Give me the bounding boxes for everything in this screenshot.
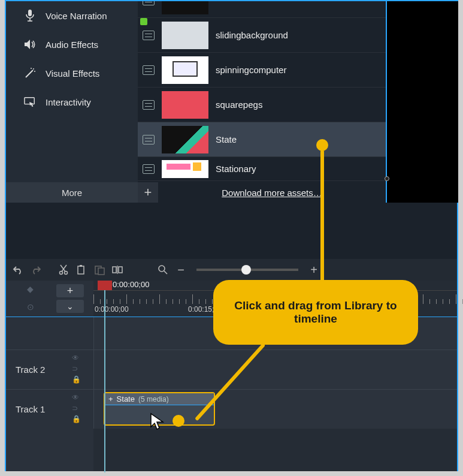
svg-point-19	[159, 266, 165, 272]
svg-rect-12	[78, 266, 84, 274]
lock-icon[interactable]: 🔒	[72, 415, 90, 423]
zoom-in-button[interactable]: +	[307, 263, 321, 277]
wand-icon	[24, 67, 36, 79]
group-icon	[143, 1, 155, 5]
sidebar-item-label: Audio Effects	[46, 40, 98, 50]
app-window: Voice Narration Audio Effects Visual Eff…	[5, 0, 458, 471]
sidebar-item-interactivity[interactable]: Interactivity	[6, 88, 138, 116]
sidebar-item-visual-effects[interactable]: Visual Effects	[6, 59, 138, 88]
svg-point-6	[31, 68, 32, 69]
cut-button[interactable]	[56, 263, 71, 277]
timeline-toolbar: − +	[6, 259, 457, 281]
svg-rect-13	[80, 265, 82, 267]
tools-sidebar: Voice Narration Audio Effects Visual Eff…	[6, 1, 138, 203]
zoom-search-icon[interactable]	[156, 263, 170, 277]
download-assets-link[interactable]: Download more assets…	[158, 188, 386, 198]
library-row-selected[interactable]: State	[138, 122, 386, 157]
lock-icon[interactable]: 🔒	[72, 375, 90, 384]
plus-icon: +	[67, 285, 74, 297]
copy-button[interactable]	[74, 263, 89, 277]
svg-rect-0	[28, 10, 32, 16]
more-label: More	[62, 188, 82, 198]
svg-rect-16	[113, 267, 116, 273]
group-icon	[143, 100, 155, 110]
library-panel: slidingbackground spinningcomputer squar…	[138, 1, 386, 182]
cursor-icon	[150, 412, 164, 432]
library-row[interactable]	[138, 1, 386, 18]
group-icon	[143, 164, 155, 174]
asset-thumbnail	[162, 56, 208, 84]
preview-canvas[interactable]	[386, 1, 458, 203]
marker-icon[interactable]: ◆	[27, 284, 37, 294]
track-lane[interactable]: + State (5 media)	[93, 390, 457, 429]
clip-expand-icon[interactable]: +	[108, 394, 113, 403]
asset-thumbnail	[162, 160, 208, 178]
chevron-down-icon: ⌄	[66, 302, 74, 311]
interact-icon	[24, 96, 36, 108]
track-row[interactable]: Track 1 👁 ⊃ 🔒 + State (5 media)	[6, 389, 457, 429]
asset-label: squarepegs	[216, 100, 262, 110]
instruction-callout: Click and drag from Library to timeline	[213, 280, 418, 345]
eye-icon[interactable]: 👁	[72, 393, 90, 402]
asset-thumbnail	[162, 126, 208, 153]
svg-point-4	[33, 68, 34, 70]
track-lane[interactable]	[93, 350, 457, 389]
group-icon	[143, 135, 155, 144]
track-label: Track 2	[16, 350, 69, 389]
asset-label: spinningcomputer	[216, 65, 286, 75]
callout-connector	[320, 150, 324, 285]
add-track-button[interactable]: +	[56, 284, 84, 297]
clip-meta: (5 media)	[138, 395, 169, 403]
svg-point-5	[34, 71, 35, 72]
svg-rect-15	[98, 268, 104, 275]
callout-text: Click and drag from Library to timeline	[230, 299, 401, 326]
asset-label: Stationary	[216, 164, 256, 174]
snap-icon[interactable]: ⊙	[27, 302, 37, 312]
track-row[interactable]: Track 2 👁 ⊃ 🔒	[6, 350, 457, 389]
asset-label: State	[216, 134, 237, 144]
clip-name: State	[117, 394, 135, 403]
add-asset-button[interactable]: +	[138, 182, 158, 203]
svg-line-3	[26, 70, 33, 77]
library-row[interactable]: slidingbackground	[138, 18, 386, 53]
zoom-out-button[interactable]: −	[174, 263, 188, 277]
plus-icon: +	[144, 185, 152, 200]
playhead-handle[interactable]	[98, 281, 112, 290]
magnet-icon[interactable]: ⊃	[72, 364, 90, 373]
group-icon	[143, 65, 155, 75]
zoom-slider-thumb[interactable]	[241, 265, 251, 275]
undo-button[interactable]	[11, 263, 25, 277]
library-footer: + Download more assets…	[138, 182, 386, 203]
group-icon	[143, 31, 155, 40]
asset-thumbnail	[162, 91, 208, 119]
playhead-time: 0:00:00;00	[113, 280, 149, 289]
redo-button[interactable]	[29, 263, 43, 277]
asset-label: slidingbackground	[216, 30, 288, 40]
sidebar-more-button[interactable]: More	[6, 182, 138, 203]
minus-icon: −	[177, 263, 184, 277]
divider-area	[6, 203, 457, 259]
track-controls[interactable]: 👁 ⊃ 🔒	[72, 393, 90, 423]
playhead[interactable]: 0:00:00;00	[104, 281, 105, 472]
resize-handle[interactable]	[385, 176, 389, 181]
sidebar-item-audio-effects[interactable]: Audio Effects	[6, 30, 138, 59]
magnet-icon[interactable]: ⊃	[72, 404, 90, 412]
svg-line-20	[164, 271, 167, 274]
callout-anchor-dot	[316, 139, 328, 151]
callout-anchor-dot	[173, 415, 184, 427]
library-row[interactable]: Stationary	[138, 157, 386, 181]
library-row[interactable]: squarepegs	[138, 88, 386, 122]
sidebar-item-label: Interactivity	[46, 97, 91, 107]
eye-icon[interactable]: 👁	[72, 354, 90, 362]
track-controls[interactable]: 👁 ⊃ 🔒	[72, 354, 90, 384]
svg-point-8	[60, 272, 63, 275]
expand-tracks-button[interactable]: ⌄	[56, 300, 84, 313]
paste-button[interactable]	[92, 263, 107, 277]
speaker-icon	[24, 38, 36, 50]
svg-point-9	[65, 272, 68, 275]
library-row[interactable]: spinningcomputer	[138, 53, 386, 88]
sidebar-item-label: Visual Effects	[46, 68, 99, 79]
sidebar-item-voice-narration[interactable]: Voice Narration	[6, 1, 138, 30]
split-button[interactable]	[110, 263, 125, 277]
zoom-slider[interactable]	[196, 269, 298, 271]
